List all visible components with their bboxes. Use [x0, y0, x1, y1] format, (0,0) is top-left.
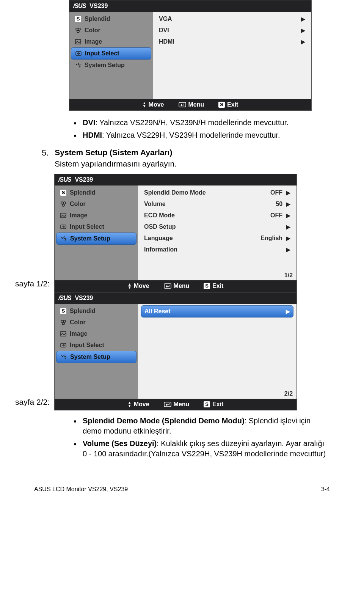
sidebar-item-input-select[interactable]: Input Select [56, 221, 136, 233]
option-vga[interactable]: VGA ▶ [156, 13, 308, 25]
note-bold: Volume (Ses Düzeyi) [83, 439, 157, 448]
svg-point-1 [78, 28, 80, 30]
chevron-right-icon: ▶ [301, 16, 305, 22]
option-all-reset[interactable]: All Reset▶ [141, 305, 293, 318]
svg-rect-11 [164, 284, 171, 288]
option-osd-setup[interactable]: OSD Setup▶ [141, 221, 293, 233]
osd-footer: ▲▼ Move Menu S Exit [69, 99, 311, 110]
sidebar-item-image[interactable]: Image [56, 328, 136, 340]
svg-point-8 [62, 204, 64, 206]
footer-move: ▲▼Move [128, 283, 149, 289]
section-title: System Setup (Sistem Ayarları) [55, 148, 172, 157]
enter-icon [164, 402, 171, 407]
sidebar-label: Input Select [85, 50, 119, 57]
brand-logo: /SUS [58, 176, 71, 183]
footer-move-label: Move [134, 283, 149, 289]
sidebar-item-color[interactable]: Color [71, 25, 151, 36]
option-label: Language [144, 235, 173, 242]
chevron-right-icon: ▶ [286, 212, 290, 218]
footer-move: ▲▼Move [128, 401, 149, 408]
splendid-icon: S [75, 16, 82, 22]
page-label-1: sayfa 1/2: [15, 279, 50, 292]
option-value: English [260, 235, 282, 242]
model-label: VS239 [75, 295, 93, 302]
chevron-right-icon: ▶ [286, 190, 290, 196]
option-label: HDMI [159, 38, 174, 45]
sidebar-item-system-setup[interactable]: System Setup [71, 60, 151, 71]
option-information[interactable]: Information▶ [141, 244, 293, 255]
input-icon [75, 50, 82, 57]
option-hdmi[interactable]: HDMI ▶ [156, 36, 308, 47]
sidebar-label: Color [70, 319, 86, 326]
chevron-right-icon: ▶ [286, 308, 290, 314]
footer-exit: SExit [204, 283, 223, 289]
chevron-right-icon: ▶ [286, 201, 290, 207]
color-icon [75, 27, 82, 34]
setup-icon [75, 62, 82, 69]
footer-move-label: Move [149, 101, 164, 108]
sidebar-item-color[interactable]: Color [56, 198, 136, 210]
option-label: Information [144, 246, 177, 253]
option-dvi[interactable]: DVI ▶ [156, 25, 308, 36]
footer-menu-label: Menu [188, 101, 204, 108]
footer-right: 3-4 [321, 486, 330, 493]
footer-menu: Menu [179, 101, 204, 108]
input-icon [60, 223, 67, 230]
svg-point-2 [77, 30, 79, 33]
option-value: OFF [270, 189, 282, 196]
option-volume[interactable]: Volume50▶ [141, 198, 293, 210]
sidebar-label: System Setup [85, 62, 125, 69]
sidebar-item-system-setup[interactable]: System Setup [56, 351, 136, 363]
model-label: VS239 [89, 3, 108, 9]
sidebar-item-system-setup[interactable]: System Setup [56, 233, 136, 245]
svg-point-6 [61, 202, 63, 204]
sidebar-item-input-select[interactable]: Input Select [56, 340, 136, 351]
sidebar-item-splendid[interactable]: S Splendid [71, 13, 151, 25]
sidebar-label: System Setup [70, 235, 110, 242]
sidebar-item-color[interactable]: Color [56, 317, 136, 328]
option-label: Volume [144, 201, 166, 207]
chevron-right-icon: ▶ [301, 39, 305, 45]
osd-right-panel: VGA ▶ DVI ▶ HDMI ▶ [153, 12, 311, 99]
footer-exit-label: Exit [227, 101, 238, 108]
option-value: OFF [270, 212, 282, 219]
splendid-icon: S [60, 308, 67, 314]
svg-point-7 [63, 202, 66, 204]
option-label: ECO Mode [144, 212, 175, 219]
sidebar-label: Image [70, 330, 87, 337]
footer-menu: Menu [164, 283, 190, 289]
note-bold: Splendid Demo Mode (Splendid Demo Modu) [83, 417, 245, 425]
notes-list-1: DVI: Yalnızca VS229N/H, VS239N/H modelle… [72, 118, 330, 140]
sidebar-item-image[interactable]: Image [71, 36, 151, 47]
sidebar-item-splendid[interactable]: SSplendid [56, 305, 136, 317]
sidebar-label: Color [70, 201, 86, 207]
option-splendid-demo[interactable]: Splendid Demo ModeOFF▶ [141, 187, 293, 198]
option-eco-mode[interactable]: ECO ModeOFF▶ [141, 210, 293, 221]
option-language[interactable]: LanguageEnglish▶ [141, 233, 293, 244]
note-item: Volume (Ses Düzeyi): Kulaklık çıkış ses … [72, 439, 330, 459]
sidebar-label: Image [85, 38, 102, 45]
sidebar-item-input-select[interactable]: Input Select [71, 47, 151, 60]
updown-icon: ▲▼ [143, 102, 146, 108]
footer-menu: Menu [164, 401, 190, 408]
sidebar-label: Image [70, 212, 87, 219]
svg-point-13 [63, 320, 66, 322]
note-bold: DVI [83, 118, 95, 127]
model-label: VS239 [75, 176, 93, 183]
page-indicator: 2/2 [284, 390, 293, 397]
footer-exit-label: Exit [212, 401, 223, 408]
sidebar-label: System Setup [70, 354, 110, 360]
s-key-icon: S [204, 401, 210, 407]
option-label: All Reset [144, 308, 170, 315]
sidebar-item-image[interactable]: Image [56, 210, 136, 221]
osd-right-panel: Splendid Demo ModeOFF▶ Volume50▶ ECO Mod… [138, 185, 297, 280]
osd-title: /SUS VS239 [69, 0, 311, 12]
footer-menu-label: Menu [174, 283, 190, 289]
osd-footer: ▲▼Move Menu SExit [55, 280, 297, 292]
section-number: 5. [42, 148, 49, 158]
enter-icon [179, 102, 186, 107]
svg-point-12 [61, 320, 63, 322]
note-item: Splendid Demo Mode (Splendid Demo Modu):… [72, 416, 330, 436]
sidebar-item-splendid[interactable]: SSplendid [56, 187, 136, 198]
osd-left-menu: SSplendid Color Image Input Select Syste… [55, 185, 138, 280]
